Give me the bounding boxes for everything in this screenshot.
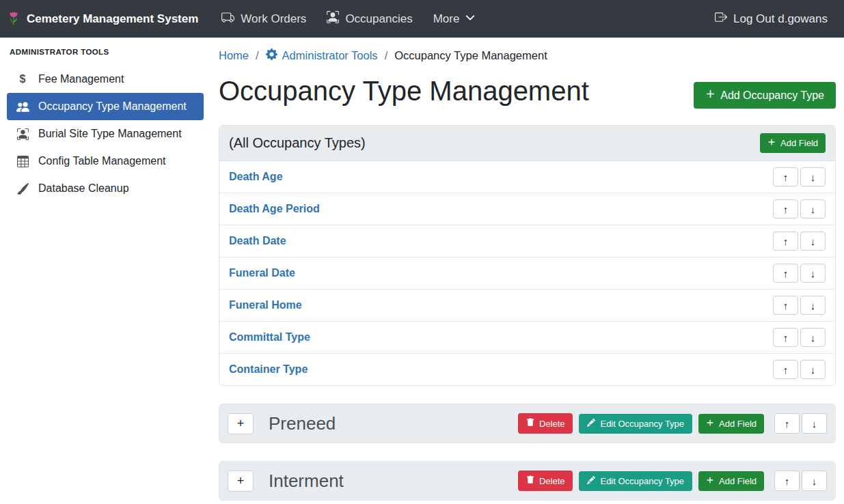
move-up-button[interactable]: ↑ — [773, 328, 798, 347]
truck-icon — [221, 11, 234, 27]
tulip-icon — [7, 8, 21, 30]
sidebar-item-database-cleanup[interactable]: Database Cleanup — [7, 175, 204, 202]
app-title: Cemetery Management System — [27, 12, 198, 26]
add-field-label: Add Field — [780, 138, 818, 148]
field-link[interactable]: Funeral Date — [229, 267, 295, 279]
logout-label: Log Out d.gowans — [733, 12, 828, 26]
field-row: Death Age ↑ ↓ — [219, 161, 835, 193]
delete-button[interactable]: Delete — [518, 471, 573, 491]
edit-occupancy-type-button[interactable]: Edit Occupancy Type — [579, 471, 692, 491]
main-content: Home / Administrator Tools / Occupancy T… — [210, 38, 844, 504]
nav-occupancies-label: Occupancies — [345, 12, 412, 26]
breadcrumb-current: Occupancy Type Management — [394, 49, 547, 62]
reorder-controls: ↑ ↓ — [773, 296, 826, 315]
field-link[interactable]: Container Type — [229, 363, 308, 376]
app-brand[interactable]: Cemetery Management System — [7, 8, 198, 30]
sidebar-item-fee-management[interactable]: $ Fee Management — [7, 66, 204, 93]
sidebar-item-label: Config Table Management — [38, 155, 166, 167]
gear-icon — [266, 48, 277, 63]
breadcrumb-separator: / — [256, 49, 259, 62]
move-down-button[interactable]: ↓ — [802, 471, 827, 491]
move-up-button[interactable]: ↑ — [773, 199, 798, 219]
nav-work-orders[interactable]: Work Orders — [221, 11, 306, 27]
field-row: Death Age Period ↑ ↓ — [219, 193, 835, 225]
section-preneed: + Preneed Delete Edit Occupancy Type — [219, 404, 836, 443]
section-title: Preneed — [269, 413, 336, 434]
sidebar-item-label: Fee Management — [38, 73, 124, 85]
chevron-down-icon — [465, 12, 475, 26]
nav-occupancies[interactable]: Occupancies — [327, 11, 412, 27]
move-up-button[interactable]: ↑ — [773, 264, 798, 283]
section-actions: Delete Edit Occupancy Type Add Field ↑ — [518, 471, 827, 491]
edit-occupancy-type-button[interactable]: Edit Occupancy Type — [579, 414, 692, 434]
reorder-controls: ↑ ↓ — [773, 232, 826, 251]
plus-icon — [767, 138, 776, 148]
plus-icon — [705, 89, 716, 102]
move-up-button[interactable]: ↑ — [773, 167, 798, 186]
table-icon — [16, 156, 29, 167]
breadcrumb-admin-tools-label: Administrator Tools — [282, 49, 378, 62]
nav-more[interactable]: More — [433, 12, 476, 26]
move-down-button[interactable]: ↓ — [800, 296, 826, 315]
move-up-button[interactable]: ↑ — [773, 360, 798, 379]
expand-section-button[interactable]: + — [228, 413, 254, 434]
dollar-icon: $ — [16, 73, 29, 85]
add-occupancy-type-label: Add Occupancy Type — [720, 89, 824, 102]
sidebar-item-burial-site-type-management[interactable]: Burial Site Type Management — [7, 120, 204, 148]
pencil-icon — [587, 476, 595, 486]
card-title: (All Occupancy Types) — [229, 135, 366, 151]
delete-label: Delete — [539, 419, 565, 429]
move-up-button[interactable]: ↑ — [774, 413, 800, 434]
person-bounding-box-icon — [16, 128, 29, 140]
sidebar-item-label: Occupancy Type Management — [38, 100, 187, 113]
nav-work-orders-label: Work Orders — [241, 12, 306, 26]
move-up-button[interactable]: ↑ — [773, 232, 798, 251]
expand-section-button[interactable]: + — [228, 471, 254, 492]
field-link[interactable]: Committal Type — [229, 331, 310, 344]
breadcrumb-admin-tools-link[interactable]: Administrator Tools — [266, 48, 378, 63]
move-down-button[interactable]: ↓ — [800, 199, 826, 219]
logout-button[interactable]: Log Out d.gowans — [715, 11, 828, 27]
field-row: Death Date ↑ ↓ — [219, 225, 835, 257]
add-field-label: Add Field — [719, 476, 757, 486]
trash-icon — [526, 475, 534, 486]
section-actions: Delete Edit Occupancy Type Add Field ↑ — [518, 413, 827, 434]
plus-icon — [706, 476, 714, 486]
card-header: (All Occupancy Types) Add Field — [219, 126, 835, 161]
breadcrumb-home-link[interactable]: Home — [219, 49, 249, 62]
add-field-button[interactable]: Add Field — [698, 414, 764, 434]
move-down-button[interactable]: ↓ — [800, 328, 826, 347]
sidebar-item-config-table-management[interactable]: Config Table Management — [7, 148, 204, 175]
field-link[interactable]: Death Age — [229, 171, 283, 183]
move-down-button[interactable]: ↓ — [802, 413, 827, 434]
field-link[interactable]: Death Date — [229, 235, 286, 247]
page-title: Occupancy Type Management — [219, 75, 589, 107]
move-down-button[interactable]: ↓ — [800, 360, 826, 379]
edit-occupancy-type-label: Edit Occupancy Type — [600, 419, 684, 429]
field-link[interactable]: Funeral Home — [229, 299, 302, 311]
move-down-button[interactable]: ↓ — [800, 264, 826, 283]
nav-more-label: More — [433, 12, 460, 26]
move-up-button[interactable]: ↑ — [774, 471, 800, 491]
add-field-button[interactable]: Add Field — [698, 471, 764, 491]
add-field-button[interactable]: Add Field — [760, 133, 826, 153]
add-occupancy-type-button[interactable]: Add Occupancy Type — [694, 82, 836, 109]
field-row: Container Type ↑ ↓ — [219, 354, 835, 385]
pencil-icon — [587, 419, 595, 429]
box-arrow-right-icon — [715, 11, 727, 27]
move-down-button[interactable]: ↓ — [800, 232, 826, 251]
delete-button[interactable]: Delete — [518, 413, 573, 434]
breadcrumb-separator: / — [385, 49, 388, 62]
move-down-button[interactable]: ↓ — [800, 167, 826, 186]
field-link[interactable]: Death Age Period — [229, 203, 320, 215]
add-field-label: Add Field — [719, 419, 757, 429]
section-title: Interment — [269, 471, 344, 492]
field-row: Committal Type ↑ ↓ — [219, 322, 835, 354]
move-up-button[interactable]: ↑ — [773, 296, 798, 315]
breadcrumb: Home / Administrator Tools / Occupancy T… — [219, 48, 836, 63]
sidebar-item-occupancy-type-management[interactable]: Occupancy Type Management — [7, 93, 204, 120]
people-icon — [16, 100, 29, 113]
sidebar-item-label: Burial Site Type Management — [38, 128, 182, 140]
all-occupancy-types-card: (All Occupancy Types) Add Field Death Ag… — [219, 125, 836, 386]
person-bounding-box-icon — [327, 11, 339, 27]
